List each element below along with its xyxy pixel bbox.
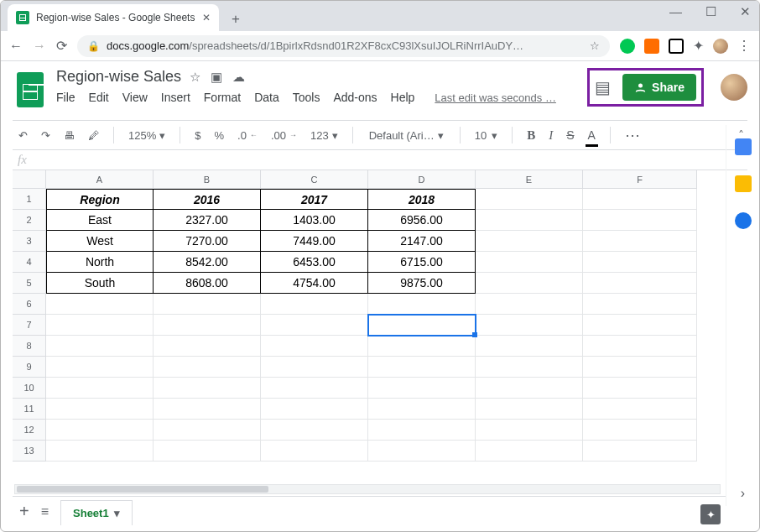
extension-icon[interactable] [620, 39, 635, 54]
cell[interactable] [368, 420, 476, 441]
decrease-decimal[interactable]: .0← [235, 127, 260, 144]
cell[interactable]: 2147.00 [368, 231, 476, 252]
paint-format-icon[interactable]: 🖉 [86, 127, 102, 144]
cell[interactable]: 1403.00 [261, 210, 368, 231]
cell[interactable] [154, 441, 261, 462]
row-header[interactable]: 10 [13, 378, 46, 399]
cell[interactable]: West [46, 231, 154, 252]
cell[interactable] [476, 315, 583, 336]
menu-edit[interactable]: Edit [89, 91, 109, 104]
row-header[interactable]: 12 [13, 420, 46, 441]
cell[interactable] [154, 336, 261, 357]
tab-close-icon[interactable]: ✕ [202, 12, 211, 23]
cell[interactable] [583, 315, 697, 336]
add-sheet-button[interactable]: + [19, 502, 29, 521]
cell[interactable] [154, 294, 261, 315]
cell[interactable] [154, 357, 261, 378]
cell[interactable] [476, 357, 583, 378]
cloud-status-icon[interactable]: ☁ [232, 70, 245, 85]
menu-data[interactable]: Data [254, 91, 279, 104]
more-formats[interactable]: 123▾ [308, 127, 341, 144]
font-size-select[interactable]: 10▾ [472, 127, 500, 144]
document-title[interactable]: Region-wise Sales [56, 68, 181, 86]
nav-back-icon[interactable]: ← [9, 39, 23, 54]
cell[interactable] [46, 378, 154, 399]
cell[interactable]: 2016 [154, 189, 261, 210]
cell[interactable] [368, 378, 476, 399]
cell[interactable] [261, 399, 368, 420]
cell[interactable] [476, 336, 583, 357]
sheet-tab[interactable]: Sheet1 ▾ [60, 500, 133, 525]
row-header[interactable]: 4 [13, 252, 46, 273]
chrome-menu-icon[interactable]: ⋮ [737, 38, 751, 54]
select-all-corner[interactable] [13, 170, 46, 189]
undo-icon[interactable]: ↶ [16, 127, 30, 144]
row-header[interactable]: 1 [13, 189, 46, 210]
comments-icon[interactable]: ▤ [595, 77, 611, 97]
cell[interactable] [46, 357, 154, 378]
zoom-select[interactable]: 125% ▾ [126, 127, 168, 144]
bold-button[interactable]: B [524, 126, 538, 145]
cell[interactable] [583, 231, 697, 252]
row-header[interactable]: 13 [13, 441, 46, 462]
profile-avatar-icon[interactable] [713, 39, 728, 54]
cell[interactable]: North [46, 252, 154, 273]
cell[interactable]: 8542.00 [154, 252, 261, 273]
cell[interactable]: East [46, 210, 154, 231]
cell[interactable] [583, 252, 697, 273]
cell[interactable]: 4754.00 [261, 273, 368, 294]
window-minimize-icon[interactable]: — [669, 4, 682, 19]
cell[interactable] [368, 357, 476, 378]
cell[interactable]: Region [46, 189, 154, 210]
cell[interactable] [154, 378, 261, 399]
menu-insert[interactable]: Insert [161, 91, 190, 104]
cell[interactable]: 6715.00 [368, 252, 476, 273]
cell[interactable] [46, 294, 154, 315]
cell[interactable] [261, 441, 368, 462]
row-header[interactable]: 8 [13, 336, 46, 357]
cell[interactable] [261, 336, 368, 357]
nav-forward-icon[interactable]: → [33, 39, 46, 54]
account-avatar[interactable] [721, 74, 747, 101]
print-icon[interactable]: 🖶 [61, 127, 77, 144]
row-header[interactable]: 7 [13, 315, 46, 336]
cell[interactable]: 7449.00 [261, 231, 368, 252]
cell[interactable] [583, 399, 697, 420]
tasks-addon-icon[interactable] [735, 212, 752, 229]
cell[interactable] [261, 420, 368, 441]
redo-icon[interactable]: ↷ [39, 127, 53, 144]
strike-button[interactable]: S [564, 126, 576, 144]
cell[interactable]: 8608.00 [154, 273, 261, 294]
cell[interactable] [476, 441, 583, 462]
cell[interactable] [583, 189, 697, 210]
row-header[interactable]: 3 [13, 231, 46, 252]
text-color-button[interactable]: A [586, 126, 598, 144]
sidepanel-expand-icon[interactable]: › [741, 486, 745, 501]
cell[interactable] [583, 420, 697, 441]
cell[interactable] [46, 420, 154, 441]
italic-button[interactable]: I [546, 126, 555, 145]
cell[interactable] [368, 399, 476, 420]
window-close-icon[interactable]: ✕ [740, 4, 751, 19]
cell[interactable] [583, 441, 697, 462]
all-sheets-icon[interactable]: ≡ [41, 504, 49, 519]
row-header[interactable]: 9 [13, 357, 46, 378]
star-icon[interactable]: ☆ [590, 39, 600, 52]
cell[interactable] [583, 273, 697, 294]
browser-tab[interactable]: Region-wise Sales - Google Sheets ✕ [8, 4, 219, 31]
cell[interactable] [368, 441, 476, 462]
cell[interactable]: 2017 [261, 189, 368, 210]
menu-file[interactable]: File [56, 91, 75, 104]
calendar-addon-icon[interactable] [735, 138, 752, 155]
menu-view[interactable]: View [122, 91, 148, 104]
cell[interactable]: South [46, 273, 154, 294]
cell[interactable] [154, 315, 261, 336]
format-currency[interactable]: $ [192, 127, 203, 144]
cell[interactable] [261, 357, 368, 378]
cell[interactable] [583, 357, 697, 378]
sheets-logo-icon[interactable] [13, 68, 48, 112]
cell[interactable] [476, 252, 583, 273]
menu-tools[interactable]: Tools [293, 91, 320, 104]
window-maximize-icon[interactable]: ☐ [705, 4, 716, 19]
cell[interactable] [368, 294, 476, 315]
